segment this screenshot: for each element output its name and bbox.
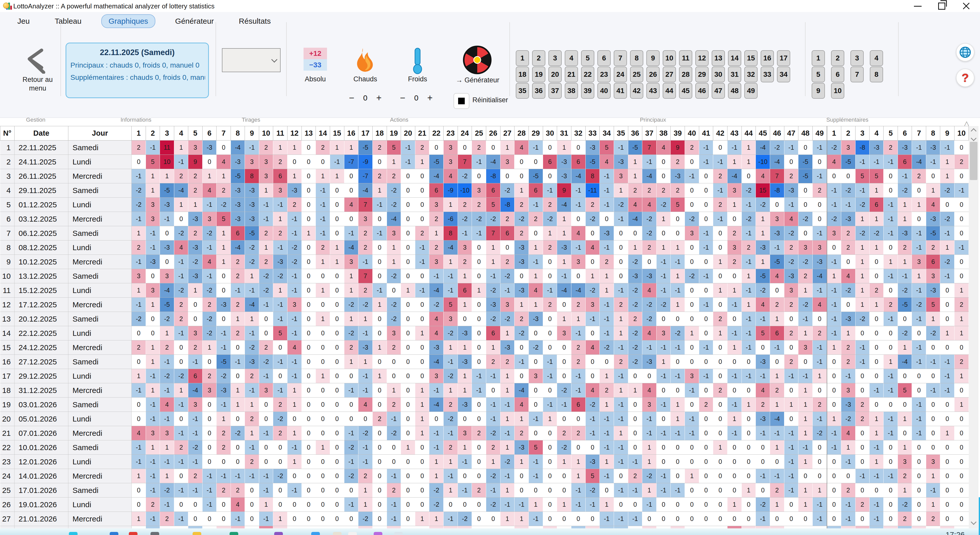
- language-globe-button[interactable]: [956, 43, 974, 62]
- back-to-menu-button[interactable]: Retour au menu: [14, 48, 61, 107]
- taskbar-app-icon[interactable]: [151, 532, 159, 535]
- chauds-minus-button[interactable]: −: [347, 92, 356, 103]
- number-button-29[interactable]: 29: [695, 67, 709, 83]
- number-button-16[interactable]: 16: [760, 50, 774, 66]
- number-button-39[interactable]: 39: [581, 83, 594, 99]
- taskbar-app-icon[interactable]: [229, 532, 238, 535]
- froids-button[interactable]: [412, 48, 423, 75]
- number-button-47[interactable]: 47: [712, 83, 725, 99]
- close-button[interactable]: [959, 2, 974, 11]
- number-button-13[interactable]: 13: [712, 50, 725, 66]
- number-button-8[interactable]: 8: [870, 67, 883, 83]
- taskbar-app-icon[interactable]: [374, 532, 382, 535]
- froids-minus-button[interactable]: −: [398, 92, 407, 103]
- number-button-1[interactable]: 1: [516, 50, 529, 66]
- chauds-plus-button[interactable]: +: [375, 92, 383, 103]
- number-button-5[interactable]: 5: [811, 67, 825, 83]
- number-button-32[interactable]: 32: [744, 67, 757, 83]
- taskbar-app-icon[interactable]: [348, 532, 357, 535]
- absolu-button[interactable]: +12 −33: [304, 48, 327, 71]
- scroll-down-icon[interactable]: [971, 519, 977, 525]
- chauds-button[interactable]: [355, 48, 375, 74]
- number-button-41[interactable]: 41: [614, 83, 627, 99]
- number-button-9[interactable]: 9: [811, 83, 825, 99]
- number-button-20[interactable]: 20: [549, 67, 562, 83]
- number-button-10[interactable]: 10: [831, 83, 844, 99]
- number-button-23[interactable]: 23: [597, 67, 611, 83]
- draws-dropdown[interactable]: [222, 48, 281, 72]
- spinner-down-icon[interactable]: [971, 135, 977, 141]
- menu-item-graphiques[interactable]: Graphiques: [101, 14, 155, 28]
- taskbar-app-icon[interactable]: [129, 532, 137, 535]
- number-button-43[interactable]: 43: [646, 83, 660, 99]
- number-button-35[interactable]: 35: [516, 83, 529, 99]
- number-button-1[interactable]: 1: [811, 50, 825, 66]
- taskbar-app-icon[interactable]: [69, 532, 78, 535]
- number-button-9[interactable]: 9: [646, 50, 660, 66]
- number-button-4[interactable]: 4: [565, 50, 578, 66]
- number-button-33[interactable]: 33: [760, 67, 774, 83]
- help-button[interactable]: ?: [956, 68, 974, 87]
- cell-main: 0: [202, 412, 216, 426]
- number-button-19[interactable]: 19: [532, 67, 545, 83]
- reinitialiser-button[interactable]: [453, 93, 469, 109]
- number-button-18[interactable]: 18: [516, 67, 529, 83]
- number-button-37[interactable]: 37: [549, 83, 562, 99]
- menu-item-jeu[interactable]: Jeu: [12, 14, 35, 28]
- number-button-34[interactable]: 34: [777, 67, 790, 83]
- vertical-scrollbar[interactable]: [969, 126, 978, 529]
- number-button-17[interactable]: 17: [777, 50, 790, 66]
- number-button-42[interactable]: 42: [630, 83, 643, 99]
- number-button-49[interactable]: 49: [744, 83, 757, 99]
- number-button-44[interactable]: 44: [663, 83, 676, 99]
- number-button-14[interactable]: 14: [728, 50, 741, 66]
- number-button-5[interactable]: 5: [581, 50, 594, 66]
- number-button-10[interactable]: 10: [663, 50, 676, 66]
- taskbar-app-icon[interactable]: [333, 532, 342, 535]
- menu-item-resultats[interactable]: Résultats: [234, 14, 276, 28]
- scroll-up-icon[interactable]: [971, 128, 977, 134]
- menu-item-generateur[interactable]: Générateur: [170, 14, 219, 28]
- number-button-11[interactable]: 11: [679, 50, 692, 66]
- number-button-7[interactable]: 7: [850, 67, 864, 83]
- number-button-40[interactable]: 40: [597, 83, 611, 99]
- number-button-30[interactable]: 30: [712, 67, 725, 83]
- number-button-3[interactable]: 3: [850, 50, 864, 66]
- number-button-46[interactable]: 46: [695, 83, 709, 99]
- menu-item-tableau[interactable]: Tableau: [49, 14, 86, 28]
- number-button-22[interactable]: 22: [581, 67, 594, 83]
- number-button-6[interactable]: 6: [597, 50, 611, 66]
- number-button-48[interactable]: 48: [728, 83, 741, 99]
- number-button-38[interactable]: 38: [565, 83, 578, 99]
- number-button-45[interactable]: 45: [679, 83, 692, 99]
- taskbar-app-icon[interactable]: [192, 532, 201, 535]
- number-button-36[interactable]: 36: [532, 83, 545, 99]
- number-button-2[interactable]: 2: [831, 50, 844, 66]
- number-button-3[interactable]: 3: [549, 50, 562, 66]
- froids-plus-button[interactable]: +: [426, 92, 434, 103]
- number-button-21[interactable]: 21: [565, 67, 578, 83]
- number-button-26[interactable]: 26: [646, 67, 660, 83]
- os-taskbar[interactable]: 17:26: [0, 529, 980, 535]
- minimize-button[interactable]: [911, 2, 925, 11]
- number-button-7[interactable]: 7: [614, 50, 627, 66]
- number-button-6[interactable]: 6: [831, 67, 844, 83]
- number-button-27[interactable]: 27: [663, 67, 676, 83]
- number-button-8[interactable]: 8: [630, 50, 643, 66]
- number-button-24[interactable]: 24: [614, 67, 627, 83]
- number-button-28[interactable]: 28: [679, 67, 692, 83]
- number-button-31[interactable]: 31: [728, 67, 741, 83]
- number-button-12[interactable]: 12: [695, 50, 709, 66]
- number-button-2[interactable]: 2: [532, 50, 545, 66]
- taskbar-app-icon[interactable]: [274, 532, 283, 535]
- generateur-button[interactable]: [463, 46, 491, 74]
- scrollbar-thumb[interactable]: [970, 142, 977, 180]
- taskbar-app-icon[interactable]: [311, 532, 320, 535]
- number-button-25[interactable]: 25: [630, 67, 643, 83]
- number-button-15[interactable]: 15: [744, 50, 757, 66]
- taskbar-app-icon[interactable]: [110, 532, 118, 535]
- restore-button[interactable]: [935, 2, 949, 11]
- cell-main: 0: [671, 497, 685, 512]
- number-button-4[interactable]: 4: [870, 50, 883, 66]
- taskbar-app-icon[interactable]: [394, 532, 403, 535]
